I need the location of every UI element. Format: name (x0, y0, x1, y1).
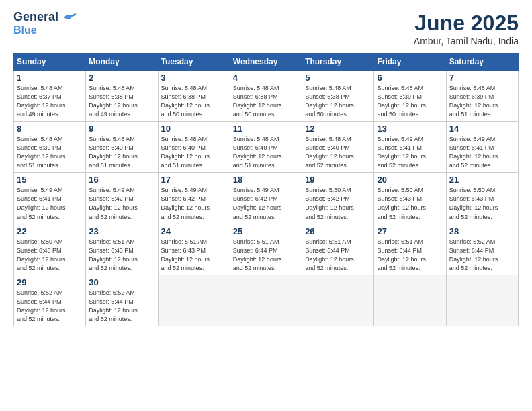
calendar-cell (302, 275, 374, 326)
calendar-cell: 24Sunrise: 5:51 AM Sunset: 6:43 PM Dayli… (158, 224, 230, 275)
calendar-cell: 1Sunrise: 5:48 AM Sunset: 6:37 PM Daylig… (14, 71, 86, 122)
calendar-week-row-4: 22Sunrise: 5:50 AM Sunset: 6:43 PM Dayli… (14, 224, 519, 275)
cell-info: Sunrise: 5:51 AM Sunset: 6:44 PM Dayligh… (305, 238, 371, 273)
calendar-cell: 27Sunrise: 5:51 AM Sunset: 6:44 PM Dayli… (374, 224, 446, 275)
cell-info: Sunrise: 5:48 AM Sunset: 6:39 PM Dayligh… (449, 84, 515, 119)
cell-info: Sunrise: 5:50 AM Sunset: 6:43 PM Dayligh… (377, 186, 443, 221)
logo-blue-text: Blue (13, 24, 37, 36)
cell-info: Sunrise: 5:51 AM Sunset: 6:44 PM Dayligh… (377, 238, 443, 273)
day-number: 24 (161, 226, 227, 236)
calendar-cell (446, 275, 518, 326)
cell-info: Sunrise: 5:49 AM Sunset: 6:41 PM Dayligh… (449, 135, 515, 170)
calendar-week-row-3: 15Sunrise: 5:49 AM Sunset: 6:41 PM Dayli… (14, 173, 519, 224)
calendar-cell: 12Sunrise: 5:48 AM Sunset: 6:40 PM Dayli… (302, 122, 374, 173)
day-number: 10 (161, 124, 227, 134)
day-number: 19 (305, 175, 371, 185)
day-number: 6 (377, 73, 443, 83)
day-number: 3 (161, 73, 227, 83)
calendar-cell: 20Sunrise: 5:50 AM Sunset: 6:43 PM Dayli… (374, 173, 446, 224)
title-block: June 2025 Ambur, Tamil Nadu, India (414, 11, 519, 46)
cell-info: Sunrise: 5:49 AM Sunset: 6:41 PM Dayligh… (377, 135, 443, 170)
month-title: June 2025 (414, 11, 519, 36)
cell-info: Sunrise: 5:48 AM Sunset: 6:38 PM Dayligh… (89, 84, 154, 119)
calendar-body: 1Sunrise: 5:48 AM Sunset: 6:37 PM Daylig… (14, 71, 519, 326)
day-number: 1 (17, 73, 83, 83)
calendar-cell: 7Sunrise: 5:48 AM Sunset: 6:39 PM Daylig… (446, 71, 518, 122)
cell-info: Sunrise: 5:50 AM Sunset: 6:43 PM Dayligh… (17, 238, 83, 273)
calendar-cell: 28Sunrise: 5:52 AM Sunset: 6:44 PM Dayli… (446, 224, 518, 275)
day-number: 30 (89, 277, 154, 287)
cell-info: Sunrise: 5:49 AM Sunset: 6:42 PM Dayligh… (161, 186, 227, 221)
calendar-cell: 19Sunrise: 5:50 AM Sunset: 6:42 PM Dayli… (302, 173, 374, 224)
calendar-cell: 9Sunrise: 5:48 AM Sunset: 6:40 PM Daylig… (86, 122, 158, 173)
cell-info: Sunrise: 5:49 AM Sunset: 6:41 PM Dayligh… (17, 186, 83, 221)
calendar-cell: 30Sunrise: 5:52 AM Sunset: 6:44 PM Dayli… (86, 275, 158, 326)
cell-info: Sunrise: 5:48 AM Sunset: 6:40 PM Dayligh… (233, 135, 299, 170)
calendar-cell: 3Sunrise: 5:48 AM Sunset: 6:38 PM Daylig… (158, 71, 230, 122)
calendar-cell: 11Sunrise: 5:48 AM Sunset: 6:40 PM Dayli… (230, 122, 302, 173)
day-number: 25 (233, 226, 299, 236)
day-number: 11 (233, 124, 299, 134)
calendar-cell: 17Sunrise: 5:49 AM Sunset: 6:42 PM Dayli… (158, 173, 230, 224)
day-number: 4 (233, 73, 299, 83)
day-number: 9 (89, 124, 154, 134)
day-number: 7 (449, 73, 515, 83)
cell-info: Sunrise: 5:48 AM Sunset: 6:38 PM Dayligh… (233, 84, 299, 119)
calendar-cell: 15Sunrise: 5:49 AM Sunset: 6:41 PM Dayli… (14, 173, 86, 224)
header-cell-tuesday: Tuesday (158, 54, 230, 71)
day-number: 17 (161, 175, 227, 185)
calendar-cell: 14Sunrise: 5:49 AM Sunset: 6:41 PM Dayli… (446, 122, 518, 173)
header-cell-saturday: Saturday (446, 54, 518, 71)
calendar-cell: 23Sunrise: 5:51 AM Sunset: 6:43 PM Dayli… (86, 224, 158, 275)
day-number: 29 (17, 277, 83, 287)
calendar-cell: 25Sunrise: 5:51 AM Sunset: 6:44 PM Dayli… (230, 224, 302, 275)
header-cell-monday: Monday (86, 54, 158, 71)
cell-info: Sunrise: 5:48 AM Sunset: 6:40 PM Dayligh… (305, 135, 371, 170)
cell-info: Sunrise: 5:49 AM Sunset: 6:42 PM Dayligh… (89, 186, 154, 221)
header-cell-wednesday: Wednesday (230, 54, 302, 71)
day-number: 2 (89, 73, 154, 83)
calendar-cell: 29Sunrise: 5:52 AM Sunset: 6:44 PM Dayli… (14, 275, 86, 326)
logo-bird-icon (62, 12, 77, 23)
cell-info: Sunrise: 5:48 AM Sunset: 6:40 PM Dayligh… (89, 135, 154, 170)
day-number: 28 (449, 226, 515, 236)
cell-info: Sunrise: 5:51 AM Sunset: 6:43 PM Dayligh… (161, 238, 227, 273)
location-subtitle: Ambur, Tamil Nadu, India (414, 36, 519, 46)
day-number: 23 (89, 226, 154, 236)
cell-info: Sunrise: 5:48 AM Sunset: 6:38 PM Dayligh… (305, 84, 371, 119)
header-cell-thursday: Thursday (302, 54, 374, 71)
cell-info: Sunrise: 5:52 AM Sunset: 6:44 PM Dayligh… (17, 289, 83, 324)
day-number: 5 (305, 73, 371, 83)
calendar-cell: 26Sunrise: 5:51 AM Sunset: 6:44 PM Dayli… (302, 224, 374, 275)
cell-info: Sunrise: 5:48 AM Sunset: 6:37 PM Dayligh… (17, 84, 83, 119)
calendar-week-row-2: 8Sunrise: 5:48 AM Sunset: 6:39 PM Daylig… (14, 122, 519, 173)
calendar-cell (374, 275, 446, 326)
cell-info: Sunrise: 5:51 AM Sunset: 6:44 PM Dayligh… (233, 238, 299, 273)
day-number: 27 (377, 226, 443, 236)
day-number: 8 (17, 124, 83, 134)
calendar-cell: 10Sunrise: 5:48 AM Sunset: 6:40 PM Dayli… (158, 122, 230, 173)
day-number: 18 (233, 175, 299, 185)
calendar-week-row-1: 1Sunrise: 5:48 AM Sunset: 6:37 PM Daylig… (14, 71, 519, 122)
calendar-cell: 22Sunrise: 5:50 AM Sunset: 6:43 PM Dayli… (14, 224, 86, 275)
calendar-header-row: SundayMondayTuesdayWednesdayThursdayFrid… (14, 54, 519, 71)
page: General Blue June 2025 Ambur, Tamil Nadu… (0, 0, 532, 411)
day-number: 20 (377, 175, 443, 185)
cell-info: Sunrise: 5:48 AM Sunset: 6:39 PM Dayligh… (17, 135, 83, 170)
cell-info: Sunrise: 5:48 AM Sunset: 6:38 PM Dayligh… (161, 84, 227, 119)
cell-info: Sunrise: 5:51 AM Sunset: 6:43 PM Dayligh… (89, 238, 154, 273)
header-cell-friday: Friday (374, 54, 446, 71)
calendar-cell: 2Sunrise: 5:48 AM Sunset: 6:38 PM Daylig… (86, 71, 158, 122)
day-number: 16 (89, 175, 154, 185)
cell-info: Sunrise: 5:48 AM Sunset: 6:39 PM Dayligh… (377, 84, 443, 119)
cell-info: Sunrise: 5:50 AM Sunset: 6:42 PM Dayligh… (305, 186, 371, 221)
calendar-cell: 4Sunrise: 5:48 AM Sunset: 6:38 PM Daylig… (230, 71, 302, 122)
day-number: 21 (449, 175, 515, 185)
cell-info: Sunrise: 5:52 AM Sunset: 6:44 PM Dayligh… (449, 238, 515, 273)
calendar-cell: 18Sunrise: 5:49 AM Sunset: 6:42 PM Dayli… (230, 173, 302, 224)
day-number: 22 (17, 226, 83, 236)
day-number: 14 (449, 124, 515, 134)
cell-info: Sunrise: 5:48 AM Sunset: 6:40 PM Dayligh… (161, 135, 227, 170)
calendar-cell (230, 275, 302, 326)
logo: General Blue (13, 11, 77, 36)
